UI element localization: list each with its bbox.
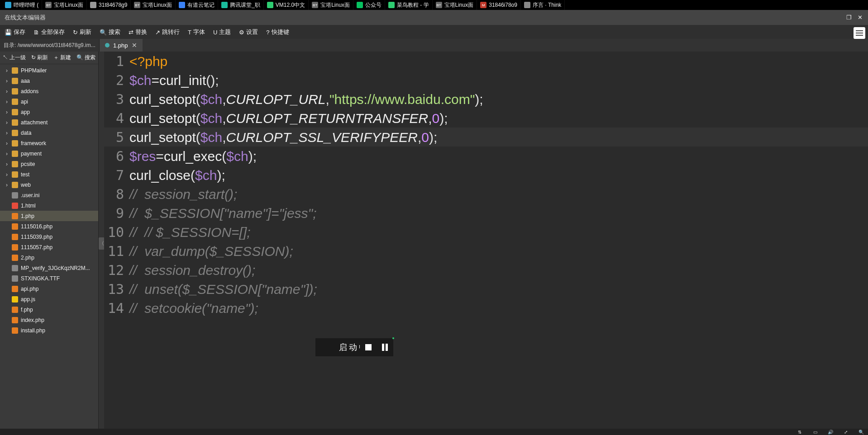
tree-file[interactable]: 1.html [0,200,98,211]
tab-close-icon[interactable]: ✕ [132,42,137,49]
tree-file[interactable]: MP_verify_3JGcKqzNR2M... [0,263,98,273]
browser-tab[interactable]: BT宝塔Linux面 [131,0,176,10]
browser-tab[interactable]: 菜鸟教程 - 学 [385,0,433,10]
open-file-tab[interactable]: 1.php ✕ [100,39,143,52]
status-icon-3[interactable]: 🔊 [827,429,834,435]
browser-tab[interactable]: 公众号 [353,0,385,10]
browser-tab-label: 宝塔Linux面 [444,1,474,9]
browser-tab[interactable]: BT宝塔Linux面 [42,0,87,10]
code-line[interactable]: 13// unset($_SESSION["name"]); [104,279,868,298]
browser-tab[interactable]: 序言 · Think [521,0,565,10]
code-line[interactable]: 2$ch=curl_init(); [104,71,868,90]
tree-file[interactable]: 1115057.php [0,242,98,252]
search-button[interactable]: 🔍搜索 [100,28,120,36]
tree-folder[interactable]: ›PHPMailer [0,65,98,76]
tree-file[interactable]: api.php [0,284,98,294]
tree-folder[interactable]: ›data [0,128,98,138]
code-line[interactable]: 12// session_destroy(); [104,260,868,279]
code-line[interactable]: 11// var_dump($_SESSION); [104,241,868,260]
code-content: // var_dump($_SESSION); [129,243,293,259]
status-icon-2[interactable]: ▭ [812,429,818,435]
code-line[interactable]: 6$res=curl_exec($ch); [104,147,868,165]
tree-folder[interactable]: ›api [0,96,98,107]
tree-folder[interactable]: ›pcsite [0,159,98,169]
browser-tab[interactable]: 哔哩哔哩 ( [2,0,42,10]
code-line[interactable]: 14// setcookie("name"); [104,298,868,317]
browser-tab[interactable]: 31t84678g9 [87,0,131,10]
tree-folder[interactable]: ›attachment [0,117,98,128]
restore-icon[interactable]: ❐ [845,14,853,21]
code-editor[interactable]: 1<?php2$ch=curl_init();3curl_setopt($ch,… [104,52,868,435]
pause-icon[interactable] [382,344,388,351]
tree-file[interactable]: 1115039.php [0,232,98,242]
tree-file[interactable]: 1.php [0,211,98,221]
tree-folder[interactable]: ›test [0,169,98,180]
tree-folder[interactable]: ›app [0,107,98,117]
caret-icon: › [5,88,9,95]
code-line[interactable]: 7curl_close($ch); [104,165,868,184]
browser-tab[interactable]: VM12.0中文 [264,0,309,10]
close-icon[interactable]: ✕ [856,14,863,21]
code-content: $ch=curl_init(); [129,72,219,88]
folder-icon [12,109,18,115]
tree-folder[interactable]: ›web [0,180,98,190]
replace-button[interactable]: ⇄替换 [129,28,147,36]
code-content: // // $_SESSION=[]; [129,224,251,240]
browser-tab[interactable]: BT宝塔Linux面 [433,0,477,10]
font-button[interactable]: T字体 [188,28,205,36]
tree-file[interactable]: install.php [0,325,98,336]
folder-icon [12,161,18,167]
file-icon [12,203,18,209]
shortcut-button[interactable]: ?快捷键 [266,28,289,36]
sidebar-collapser[interactable]: 〈 [99,52,104,435]
tree-file[interactable]: STXINGKA.TTF [0,273,98,284]
chevron-left-icon: 〈 [99,237,105,250]
code-line[interactable]: 4curl_setopt($ch,CURLOPT_RETURNTRANSFER,… [104,109,868,128]
tree-file[interactable]: f.php [0,304,98,315]
caret-icon: › [5,161,9,167]
refresh-button[interactable]: ↻刷新 [73,28,91,36]
save-button[interactable]: 💾保存 [5,28,25,36]
new-file-button[interactable]: ＋ 新建 [53,54,71,61]
code-line[interactable]: 3curl_setopt($ch,CURLOPT_URL,"https://ww… [104,90,868,109]
browser-tab[interactable]: 有道云笔记 [176,0,218,10]
menu-hamburger-icon[interactable] [854,27,865,39]
tree-folder[interactable]: ›aaa [0,76,98,86]
tree-folder[interactable]: ›payment [0,148,98,159]
caret-icon: › [5,109,9,115]
tree-file[interactable]: .user.ini [0,190,98,200]
tree-file[interactable]: app.js [0,294,98,304]
code-line[interactable]: 10// // $_SESSION=[]; [104,222,868,241]
code-line[interactable]: 9// $_SESSION["name"]="jess"; [104,203,868,222]
status-icon-4[interactable]: ⤢ [843,429,849,435]
line-number: 2 [104,72,129,88]
status-icon-1[interactable]: ⇅ [796,429,803,435]
tree-file[interactable]: 1115016.php [0,221,98,232]
theme-button[interactable]: U主题 [213,28,231,36]
tree-folder[interactable]: ›framework [0,138,98,148]
browser-tab-label: 宝塔Linux面 [54,1,83,9]
code-line[interactable]: 1<?php [104,52,868,71]
goto-line-button[interactable]: ↗跳转行 [155,28,180,36]
file-icon [12,192,18,199]
code-line[interactable]: 5curl_setopt($ch,CURLOPT_SSL_VERIFYPEER,… [104,128,868,147]
file-tree[interactable]: ›PHPMailer›aaa›addons›api›app›attachment… [0,64,98,435]
sidebar-refresh-button[interactable]: ↻ 刷新 [31,54,48,61]
tree-file[interactable]: index.php [0,315,98,325]
code-content: // unset($_SESSION["name"]); [129,281,317,297]
sidebar-search-button[interactable]: 🔍 搜索 [76,54,95,61]
tree-item-label: data [21,130,31,136]
code-content: // session_destroy(); [129,262,255,278]
status-icon-5[interactable]: 🔍 [858,429,864,435]
stop-icon[interactable] [365,344,372,350]
settings-button[interactable]: ⚙设置 [239,28,258,36]
up-level-button[interactable]: ↖ 上一级 [3,54,26,61]
save-all-button[interactable]: 🗎全部保存 [33,28,65,36]
tree-file[interactable]: 2.php [0,252,98,263]
code-line[interactable]: 8// session_start(); [104,184,868,203]
browser-tab[interactable]: 腾讯课堂_职 [218,0,264,10]
tree-folder[interactable]: ›addons [0,86,98,96]
folder-icon [12,171,18,178]
browser-tab[interactable]: M31846i78o9 [477,0,521,10]
browser-tab[interactable]: BT宝塔Linux面 [309,0,353,10]
